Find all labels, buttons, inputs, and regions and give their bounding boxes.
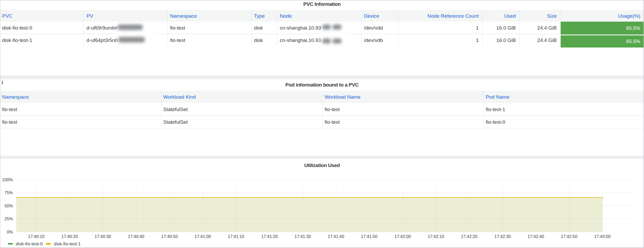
svg-text:17:42:50: 17:42:50 [561,234,577,239]
svg-text:75%: 75% [4,190,13,195]
svg-text:17:40:50: 17:40:50 [161,234,178,239]
svg-text:17:40:10: 17:40:10 [28,234,44,239]
svg-text:17:40:20: 17:40:20 [61,234,78,239]
svg-text:17:42:40: 17:42:40 [528,234,544,239]
svg-text:17:41:50: 17:41:50 [361,234,377,239]
svg-text:17:41:10: 17:41:10 [228,234,244,239]
svg-text:17:42:20: 17:42:20 [461,234,477,239]
svg-text:17:41:00: 17:41:00 [195,234,211,239]
svg-text:17:41:20: 17:41:20 [261,234,278,239]
svg-text:17:42:10: 17:42:10 [428,234,444,239]
svg-text:17:41:30: 17:41:30 [295,234,311,239]
svg-text:17:41:40: 17:41:40 [328,234,344,239]
svg-text:17:42:00: 17:42:00 [395,234,411,239]
svg-text:17:40:30: 17:40:30 [95,234,111,239]
svg-text:17:43:00: 17:43:00 [594,234,611,239]
svg-text:disk-fio-test-0: disk-fio-test-0 [16,241,43,246]
svg-text:100%: 100% [2,178,13,182]
svg-text:50%: 50% [4,204,13,208]
svg-text:disk-fio-test-1: disk-fio-test-1 [54,241,81,246]
svg-text:17:40:40: 17:40:40 [128,234,144,239]
svg-text:0%: 0% [7,230,13,234]
svg-text:17:42:30: 17:42:30 [494,234,511,239]
svg-text:25%: 25% [4,217,13,221]
